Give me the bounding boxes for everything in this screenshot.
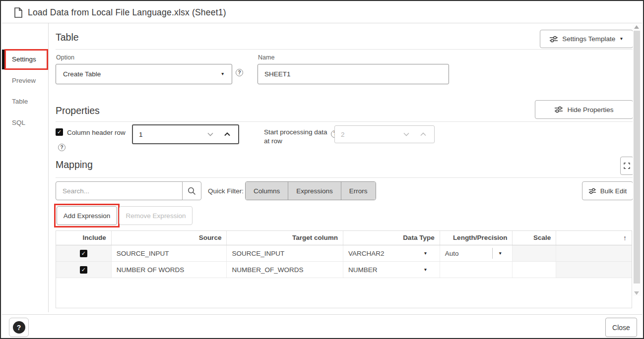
hide-properties-button[interactable]: Hide Properties — [535, 100, 633, 119]
datatype-value: NUMBER — [348, 266, 378, 274]
source-cell[interactable]: NUMBER OF WORDS — [112, 262, 227, 278]
spinner-decrement-icon — [403, 132, 409, 136]
start-processing-spinner: 2 — [334, 125, 435, 143]
scroll-up-arrow-icon[interactable] — [634, 25, 639, 29]
sort-ascending-icon[interactable]: ↑ — [623, 234, 627, 242]
table-section-rule — [56, 49, 633, 50]
column-header-target[interactable]: Target column — [227, 231, 343, 245]
load-data-dialog: Load Data from Local File Language.xlsx … — [0, 0, 644, 339]
grid-header-row: Include Source Target column Data Type L… — [56, 231, 632, 245]
sidebar-divider — [48, 23, 49, 312]
scale-cell — [513, 245, 556, 261]
column-header-help-icon[interactable]: ? — [58, 144, 65, 151]
quick-filter-group: Columns Expressions Errors — [245, 181, 376, 200]
start-processing-line2: at row — [264, 137, 282, 145]
check-icon: ✓ — [57, 129, 62, 135]
add-expression-button[interactable]: Add Expression — [57, 206, 117, 225]
column-header-sort[interactable]: ↑ — [556, 231, 632, 245]
column-header-row-spinner[interactable]: 1 — [132, 124, 239, 144]
sidebar-item-settings[interactable]: Settings — [2, 54, 48, 65]
datatype-value: VARCHAR2 — [348, 250, 385, 257]
option-select[interactable]: Create Table ▼ — [56, 64, 232, 84]
mapping-section-heading: Mapping — [56, 159, 93, 170]
help-button[interactable]: ? — [9, 318, 29, 337]
sliders-icon — [549, 36, 558, 43]
length-cell[interactable]: Auto ▼ — [440, 245, 513, 261]
scroll-down-arrow-icon[interactable] — [634, 291, 639, 295]
chevron-down-icon: ▼ — [221, 72, 225, 76]
remove-expression-label: Remove Expression — [126, 212, 186, 220]
properties-section-heading: Properties — [56, 105, 100, 116]
help-icon: ? — [13, 321, 25, 334]
expand-icon — [624, 163, 630, 169]
spinner-increment-icon — [420, 132, 426, 136]
sidebar-item-sql[interactable]: SQL — [2, 117, 48, 128]
name-label: Name — [258, 54, 274, 61]
check-icon: ✓ — [81, 250, 86, 257]
start-processing-value: 2 — [335, 131, 403, 138]
start-processing-line1: Start processing data — [264, 128, 327, 136]
length-cell[interactable] — [440, 262, 513, 278]
datatype-cell[interactable]: NUMBER ▼ — [343, 262, 440, 278]
length-value: Auto — [445, 250, 459, 257]
filter-errors-button[interactable]: Errors — [341, 182, 376, 200]
spinner-increment-icon[interactable] — [224, 132, 230, 136]
search-icon — [188, 187, 196, 195]
scale-cell[interactable] — [513, 262, 556, 278]
include-checkbox[interactable]: ✓ — [80, 266, 87, 274]
filter-expressions-button[interactable]: Expressions — [288, 182, 341, 200]
column-header-row-checkbox[interactable]: ✓ — [56, 128, 63, 136]
page-title: Load Data from Local File Language.xlsx … — [28, 7, 226, 18]
include-cell: ✓ — [56, 262, 112, 278]
chevron-down-icon[interactable]: ▼ — [423, 268, 434, 272]
table-name-input[interactable] — [258, 64, 449, 84]
target-cell[interactable]: NUMBER_OF_WORDS — [227, 262, 343, 278]
vertical-scrollbar[interactable] — [633, 24, 641, 296]
column-header-source[interactable]: Source — [112, 231, 227, 245]
footer-divider — [2, 314, 642, 315]
properties-section-rule — [56, 121, 633, 122]
add-expression-label: Add Expression — [64, 212, 111, 220]
datatype-cell[interactable]: VARCHAR2 ▼ — [343, 245, 440, 261]
maximize-button[interactable] — [620, 157, 634, 175]
column-header-row-value: 1 — [133, 131, 207, 138]
column-header-scale[interactable]: Scale — [513, 231, 556, 245]
search-input[interactable] — [56, 181, 183, 200]
hide-properties-label: Hide Properties — [567, 106, 613, 113]
search-button[interactable] — [182, 181, 201, 200]
source-cell[interactable]: SOURCE_INPUT — [112, 245, 227, 261]
spinner-decrement-icon[interactable] — [207, 132, 213, 136]
sidebar-item-preview[interactable]: Preview — [2, 75, 48, 86]
filter-columns-button[interactable]: Columns — [246, 182, 288, 200]
column-header-datatype[interactable]: Data Type — [343, 231, 440, 245]
chevron-down-icon[interactable]: ▼ — [498, 251, 507, 256]
settings-template-button[interactable]: Settings Template ▼ — [540, 30, 633, 48]
option-help-icon[interactable]: ? — [236, 69, 243, 76]
table-row[interactable]: ✓ SOURCE_INPUT SOURCE_INPUT VARCHAR2 ▼ A… — [56, 245, 632, 262]
chevron-down-icon[interactable]: ▼ — [423, 251, 434, 256]
length-combo-split: ▼ — [492, 245, 507, 261]
sidebar-item-table[interactable]: Table — [2, 96, 48, 107]
close-button[interactable]: Close — [605, 318, 637, 337]
sidebar: Settings Preview Table SQL — [2, 24, 48, 337]
sliders-icon — [554, 106, 563, 113]
remove-expression-button: Remove Expression — [119, 206, 193, 225]
table-row[interactable]: ✓ NUMBER OF WORDS NUMBER_OF_WORDS NUMBER… — [56, 262, 632, 278]
column-header-include[interactable]: Include — [56, 231, 112, 245]
include-checkbox[interactable]: ✓ — [80, 250, 87, 257]
option-label: Option — [56, 54, 74, 61]
check-icon: ✓ — [81, 267, 86, 273]
column-header-length[interactable]: Length/Precision — [440, 231, 513, 245]
start-processing-label: Start processing data ? at row — [264, 128, 338, 146]
row-extra-cell — [556, 262, 632, 278]
title-bar: Load Data from Local File Language.xlsx … — [2, 2, 642, 23]
row-extra-cell — [556, 245, 632, 261]
bulk-edit-label: Bulk Edit — [600, 187, 627, 195]
target-cell[interactable]: SOURCE_INPUT — [227, 245, 343, 261]
column-header-row-label: Column header row — [67, 129, 126, 136]
document-icon — [14, 7, 22, 18]
scrollbar-thumb[interactable] — [634, 31, 640, 283]
mapping-section-rule — [56, 177, 633, 178]
close-label: Close — [612, 324, 630, 332]
bulk-edit-button[interactable]: Bulk Edit — [582, 181, 633, 200]
